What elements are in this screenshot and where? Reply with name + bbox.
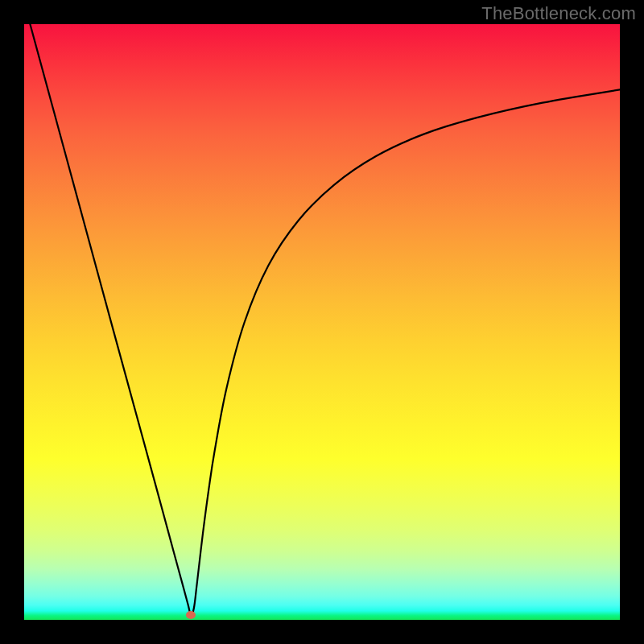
minimum-marker (186, 611, 196, 619)
curve-svg (24, 24, 620, 620)
curve-path (30, 24, 620, 615)
chart-frame: TheBottleneck.com (0, 0, 644, 644)
plot-area (24, 24, 620, 620)
watermark-text: TheBottleneck.com (481, 3, 636, 24)
